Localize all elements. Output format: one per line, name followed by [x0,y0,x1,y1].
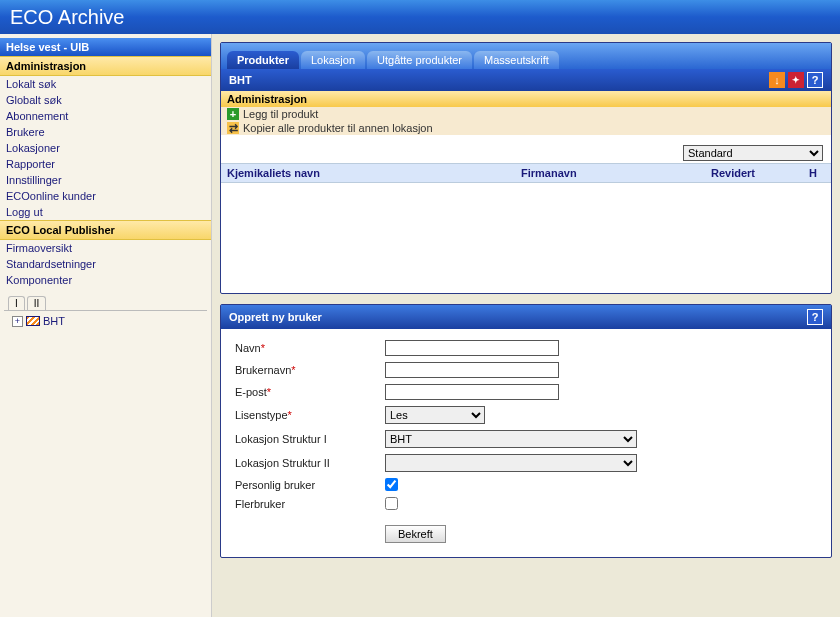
tree-tab-1[interactable]: I [8,296,25,310]
action-copy-label: Kopier alle produkter til annen lokasjon [243,122,433,134]
app-title: ECO Archive [10,6,124,29]
pdf-icon[interactable]: ✦ [788,72,804,88]
col-firm[interactable]: Firmanavn [521,167,711,179]
label-navn: Navn [235,342,261,354]
copy-icon: ⇄ [227,122,239,134]
struktur2-select[interactable] [385,454,637,472]
navn-field[interactable] [385,340,559,356]
label-struktur1: Lokasjon Struktur I [235,433,327,445]
expand-icon[interactable]: + [12,316,23,327]
sidebar-item[interactable]: Lokasjoner [0,140,211,156]
label-struktur2: Lokasjon Struktur II [235,457,330,469]
col-rev[interactable]: Revidert [711,167,801,179]
lisenstype-select[interactable]: Les [385,406,485,424]
tree-node[interactable]: + BHT [4,315,207,327]
sidebar-item[interactable]: Globalt søk [0,92,211,108]
form-title-bar: Opprett ny bruker ? [221,305,831,329]
tree-area: I II + BHT [0,294,211,329]
epost-field[interactable] [385,384,559,400]
admin-bar: Administrasjon [221,91,831,107]
action-add-label: Legg til produkt [243,108,318,120]
sidebar: Helse vest - UIB Administrasjon Lokalt s… [0,34,212,617]
action-add-product[interactable]: + Legg til produkt [221,107,831,121]
sidebar-section-publisher: ECO Local Publisher [0,220,211,240]
plus-icon: + [227,108,239,120]
personlig-checkbox[interactable] [385,478,398,491]
products-panel: Produkter Lokasjon Utgåtte produkter Mas… [220,42,832,294]
sidebar-item[interactable]: Standardsetninger [0,256,211,272]
sidebar-item[interactable]: ECOonline kunder [0,188,211,204]
help-icon[interactable]: ? [807,72,823,88]
label-lisenstype: Lisenstype [235,409,288,421]
tabs-row: Produkter Lokasjon Utgåtte produkter Mas… [221,43,831,69]
title-bar: ECO Archive [0,0,840,34]
tab-utgatte[interactable]: Utgåtte produkter [367,51,472,69]
sidebar-item[interactable]: Abonnement [0,108,211,124]
required-mark: * [288,409,292,421]
tree-tab-2[interactable]: II [27,296,47,310]
grid-body [221,183,831,293]
sidebar-header: Helse vest - UIB [0,38,211,56]
required-mark: * [261,342,265,354]
label-epost: E-post [235,386,267,398]
view-filter-select[interactable]: Standard [683,145,823,161]
help-icon[interactable]: ? [807,309,823,325]
sidebar-section-admin: Administrasjon [0,56,211,76]
required-mark: * [291,364,295,376]
location-icon [26,316,40,326]
sidebar-item[interactable]: Lokalt søk [0,76,211,92]
tree-node-label: BHT [43,315,65,327]
action-copy-products[interactable]: ⇄ Kopier alle produkter til annen lokasj… [221,121,831,135]
download-icon[interactable]: ↓ [769,72,785,88]
sidebar-item[interactable]: Brukere [0,124,211,140]
struktur1-select[interactable]: BHT [385,430,637,448]
label-flerbruker: Flerbruker [235,498,285,510]
form-title: Opprett ny bruker [229,311,322,323]
col-h[interactable]: H [801,167,825,179]
label-brukernavn: Brukernavn [235,364,291,376]
sidebar-item[interactable]: Komponenter [0,272,211,288]
sidebar-item[interactable]: Logg ut [0,204,211,220]
grid-header: Kjemikaliets navn Firmanavn Revidert H [221,163,831,183]
label-personlig: Personlig bruker [235,479,315,491]
col-name[interactable]: Kjemikaliets navn [227,167,521,179]
tab-masseutskrift[interactable]: Masseutskrift [474,51,559,69]
required-mark: * [267,386,271,398]
panel-subtitle: BHT ↓ ✦ ? [221,69,831,91]
sidebar-item[interactable]: Firmaoversikt [0,240,211,256]
create-user-panel: Opprett ny bruker ? Navn* Brukernavn* E-… [220,304,832,558]
tab-produkter[interactable]: Produkter [227,51,299,69]
brukernavn-field[interactable] [385,362,559,378]
location-title: BHT [229,74,252,86]
sidebar-item[interactable]: Rapporter [0,156,211,172]
bekreft-button[interactable]: Bekreft [385,525,446,543]
tab-lokasjon[interactable]: Lokasjon [301,51,365,69]
flerbruker-checkbox[interactable] [385,497,398,510]
sidebar-item[interactable]: Innstillinger [0,172,211,188]
